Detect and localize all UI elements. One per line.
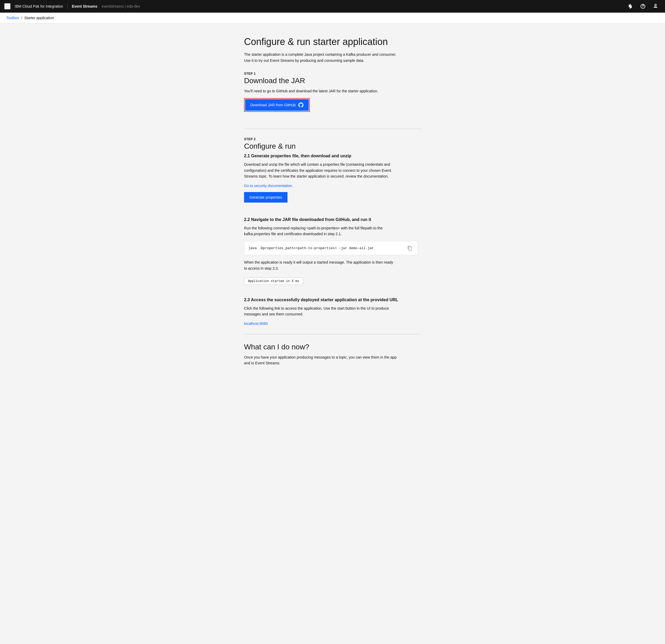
brand-name: IBM Cloud Pak for Integration (15, 4, 63, 8)
settings-icon (628, 4, 633, 9)
step1-description: You'll need to go to GitHub and download… (244, 88, 397, 94)
breadcrumb-current: Starter application (24, 16, 54, 20)
breadcrumb: Toolbox / Starter application (0, 13, 665, 23)
top-nav: IBM Cloud Pak for Integration Event Stre… (0, 0, 665, 13)
user-button[interactable] (650, 1, 661, 12)
subsection-21-title: 2.1 Generate properties file, then downl… (244, 154, 421, 158)
subsection-21-description: Download and unzip the file which will c… (244, 161, 397, 179)
step1-section: Step 1 Download the JAR You'll need to g… (244, 72, 421, 120)
nav-icons (625, 1, 661, 12)
settings-button[interactable] (625, 1, 635, 12)
step-divider-2 (244, 334, 421, 334)
breadcrumb-parent-link[interactable]: Toolbox (6, 16, 19, 20)
copy-command-button[interactable] (406, 245, 413, 252)
security-doc-link[interactable]: Go to security documentation. (244, 183, 293, 188)
step1-label: Step 1 (244, 72, 421, 76)
what-now-description: Once you have your application producing… (244, 354, 397, 366)
github-icon (298, 102, 304, 108)
what-now-section: What can I do now? Once you have your ap… (244, 343, 421, 366)
subsection-22-description: Run the following command replacing <pat… (244, 225, 397, 237)
step-divider-1 (244, 129, 421, 129)
step1-title: Download the JAR (244, 77, 421, 85)
subsection-22-title: 2.2 Navigate to the JAR file downloaded … (244, 217, 421, 222)
what-now-title: What can I do now? (244, 343, 421, 351)
command-code-block: java -Dproperties_path=<path-to-properti… (244, 241, 418, 255)
copy-icon (407, 246, 412, 251)
instance-label: eventstreams | eda-dev (102, 4, 140, 8)
subsection-23-description: Click the following link to access the a… (244, 306, 397, 317)
subsection-21: 2.1 Generate properties file, then downl… (244, 154, 421, 211)
step2-label: Step 2 (244, 137, 421, 141)
application-started-badge: Application started in X ms (244, 277, 303, 285)
download-jar-button[interactable]: Download JAR from GitHub (245, 99, 309, 111)
help-icon (640, 4, 646, 9)
step2-section: Step 2 Configure & run 2.1 Generate prop… (244, 137, 421, 326)
subsection-22: 2.2 Navigate to the JAR file downloaded … (244, 217, 421, 292)
step2-title: Configure & run (244, 142, 421, 151)
user-icon (653, 4, 658, 9)
subsection-23-title: 2.3 Access the successfully deployed sta… (244, 297, 421, 302)
breadcrumb-separator: / (21, 16, 22, 20)
download-btn-wrapper: Download JAR from GitHub (244, 98, 310, 112)
subsection-23: 2.3 Access the successfully deployed sta… (244, 297, 421, 326)
page-title: Configure & run starter application (244, 36, 421, 47)
hamburger-menu-button[interactable] (4, 3, 11, 9)
product-name: Event Streams (72, 4, 97, 8)
localhost-link[interactable]: localhost:8080 (244, 321, 268, 326)
subsection-22-after-text: When the application is ready it will ou… (244, 259, 397, 271)
help-button[interactable] (638, 1, 648, 12)
generate-properties-button[interactable]: Generate properties (244, 192, 287, 202)
svg-rect-0 (5, 4, 10, 5)
command-text: java -Dproperties_path=<path-to-properti… (248, 246, 403, 250)
main-content: Configure & run starter application The … (238, 23, 427, 391)
generate-properties-label: Generate properties (249, 195, 282, 199)
page-subtitle: The starter application is a complete Ja… (244, 52, 397, 63)
download-jar-label: Download JAR from GitHub (250, 103, 296, 107)
svg-rect-2 (5, 7, 10, 8)
svg-rect-1 (5, 6, 10, 6)
